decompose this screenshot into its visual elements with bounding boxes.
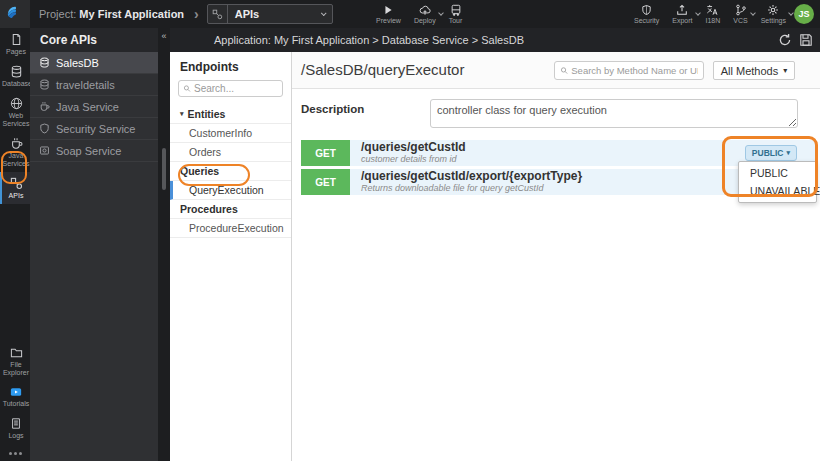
more-menu-icon[interactable] — [0, 444, 30, 461]
gear-icon — [767, 4, 779, 16]
description-section: Description controller class for query e… — [292, 89, 820, 128]
bus-icon — [450, 4, 462, 16]
panel-collapse-strip: « — [158, 28, 170, 461]
chevron-down-icon — [438, 10, 444, 16]
sidebar-item-tutorials[interactable]: Tutorials — [0, 381, 30, 412]
access-level-menu: PUBLIC UNAVAILABLE — [738, 161, 817, 203]
sidebar-item-file-explorer[interactable]: File Explorer — [0, 341, 30, 381]
breadcrumb: Application: My First Application > Data… — [170, 34, 524, 46]
shield-icon — [641, 4, 652, 16]
search-icon — [183, 84, 191, 93]
sidebar-item-apis[interactable]: APIs — [0, 172, 30, 204]
access-level-dropdown-button[interactable]: PUBLIC ▾ — [745, 145, 797, 161]
user-avatar[interactable]: JS — [794, 4, 814, 24]
scrollbar-thumb[interactable] — [162, 148, 166, 190]
coffee-icon — [10, 137, 23, 150]
i18n-button[interactable]: I18N — [706, 4, 721, 24]
project-label: Project: — [39, 8, 76, 20]
access-option-unavailable[interactable]: UNAVAILABLE — [739, 182, 816, 200]
caret-down-icon: ▾ — [786, 149, 790, 157]
method-filter-dropdown[interactable]: All Methods ▾ — [713, 61, 795, 80]
core-apis-item-security-service[interactable]: Security Service — [30, 118, 158, 140]
endpoint-item-orders[interactable]: Orders — [170, 143, 291, 162]
method-search[interactable] — [554, 61, 704, 80]
refresh-icon — [778, 33, 792, 47]
chevron-down-icon — [750, 10, 756, 16]
description-field[interactable]: controller class for query execution — [430, 99, 798, 128]
page-icon — [10, 33, 23, 46]
video-play-icon — [9, 386, 23, 398]
sidebar-item-web-services[interactable]: Web Services — [0, 92, 30, 132]
chevron-right-icon: › — [194, 6, 199, 22]
sidebar-item-pages[interactable]: Pages — [0, 28, 30, 60]
endpoints-title: Endpoints — [170, 52, 291, 80]
endpoints-group-procedures[interactable]: Procedures — [170, 200, 291, 219]
query-executor-view: /SalesDB/queryExecutor All Methods ▾ Des… — [292, 52, 820, 461]
core-apis-item-traveldetails[interactable]: traveldetails — [30, 74, 158, 96]
toolbar-right: Security Export I18N — [634, 0, 786, 28]
caret-down-icon: ▾ — [783, 66, 787, 75]
description-label: Description — [301, 99, 430, 128]
log-file-icon — [10, 417, 22, 430]
database-icon — [39, 79, 50, 90]
caret-down-icon: ▾ — [180, 110, 184, 118]
page-title: /SalesDB/queryExecutor — [301, 61, 464, 78]
core-apis-item-salesdb[interactable]: SalesDB — [30, 52, 158, 74]
project-breadcrumb: Project: My First Application — [39, 8, 184, 20]
operation-path: /queries/getCustId — [361, 141, 466, 154]
shield-icon — [39, 123, 50, 134]
brand-logo-icon[interactable] — [0, 0, 30, 28]
settings-button[interactable]: Settings — [761, 4, 786, 24]
folder-icon — [10, 346, 23, 359]
database-icon — [39, 57, 50, 68]
sidebar-item-databases[interactable]: Databases — [0, 60, 30, 92]
endpoints-group-entities[interactable]: ▾ Entities — [170, 105, 291, 124]
endpoints-search-input[interactable] — [194, 83, 278, 94]
endpoint-item-queryexecution[interactable]: QueryExecution — [170, 181, 291, 200]
access-option-public[interactable]: PUBLIC — [739, 164, 816, 182]
wavemaker-studio-window: Project: My First Application › APIs Pre… — [0, 0, 820, 461]
tour-button[interactable]: Tour — [449, 4, 463, 24]
save-icon — [799, 33, 813, 47]
api-icon — [10, 177, 23, 190]
collapse-panel-button[interactable]: « — [158, 28, 170, 44]
chevron-down-icon — [321, 10, 327, 16]
sidebar-item-logs[interactable]: Logs — [0, 412, 30, 444]
export-button[interactable]: Export — [672, 4, 692, 24]
main-header: /SalesDB/queryExecutor All Methods ▾ — [292, 52, 820, 89]
search-icon — [560, 66, 568, 75]
endpoints-group-queries[interactable]: Queries — [170, 162, 291, 181]
toolbar-center: Preview Deploy Tour — [376, 0, 462, 28]
branch-icon — [735, 4, 747, 16]
rail-spacer — [0, 204, 30, 340]
preview-button[interactable]: Preview — [376, 4, 401, 24]
core-apis-item-soap-service[interactable]: Soap Service — [30, 140, 158, 162]
core-apis-panel: Core APIs SalesDB traveldetails Java Ser… — [30, 28, 158, 461]
top-bar: Project: My First Application › APIs Pre… — [0, 0, 820, 28]
refresh-button[interactable] — [778, 33, 792, 47]
operation-summary: customer details from id — [361, 155, 466, 165]
core-apis-item-java-service[interactable]: Java Service — [30, 96, 158, 118]
core-apis-title: Core APIs — [30, 28, 158, 52]
security-button[interactable]: Security — [634, 4, 659, 24]
chevron-down-icon — [695, 10, 701, 16]
workspace-selector-dropdown[interactable]: APIs — [207, 4, 333, 24]
vcs-button[interactable]: VCS — [733, 4, 747, 24]
coffee-icon — [39, 101, 50, 112]
method-search-input[interactable] — [571, 65, 698, 76]
translate-icon — [706, 4, 719, 16]
database-icon — [10, 65, 23, 78]
cloud-upload-icon — [418, 4, 432, 16]
endpoint-item-procedureexecution[interactable]: ProcedureExecution — [170, 219, 291, 238]
endpoints-search[interactable] — [178, 80, 283, 97]
deploy-button[interactable]: Deploy — [414, 4, 436, 24]
sidebar-item-java-services[interactable]: Java Services — [0, 132, 30, 172]
operation-summary: Returns downloadable file for query getC… — [361, 184, 582, 194]
save-button[interactable] — [799, 33, 813, 47]
api-icon — [208, 5, 228, 23]
chevron-down-icon — [788, 10, 794, 16]
soap-icon — [39, 145, 50, 156]
breadcrumb-bar: Application: My First Application > Data… — [170, 28, 820, 52]
endpoint-item-customerinfo[interactable]: CustomerInfo — [170, 124, 291, 143]
method-badge: GET — [301, 140, 350, 166]
